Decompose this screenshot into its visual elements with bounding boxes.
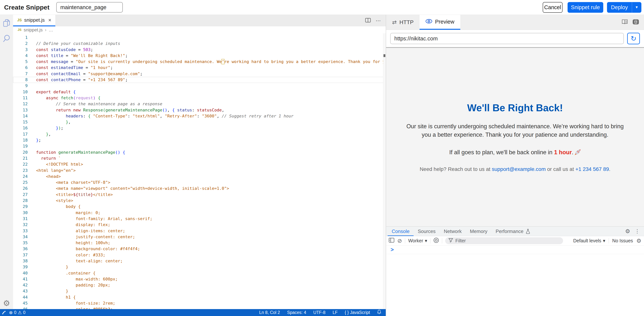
code-line[interactable]: 38 text-align: center;: [13, 258, 384, 264]
split-editor-icon[interactable]: [365, 18, 371, 23]
notifications-bell-icon[interactable]: [377, 310, 381, 315]
code-line[interactable]: 41 max-width: 600px;: [13, 276, 384, 282]
code-line[interactable]: 22 <!DOCTYPE html>: [13, 161, 384, 167]
code-line[interactable]: 16 });: [13, 125, 384, 131]
devtools-kebab-icon[interactable]: ⋮: [635, 229, 640, 234]
line-number: 39: [13, 264, 28, 270]
code-line[interactable]: 7const contactEmail = "support@example.c…: [13, 71, 384, 77]
console-settings-gear-icon[interactable]: ⚙: [636, 238, 642, 244]
code-line[interactable]: 29 body {: [13, 204, 384, 210]
editor-scrollbar[interactable]: [383, 33, 386, 309]
code-line[interactable]: 24 <head>: [13, 174, 384, 179]
cursor-position[interactable]: Ln 8, Col 2: [259, 310, 280, 315]
console-sidebar-icon[interactable]: [389, 238, 394, 244]
console-prompt[interactable]: >: [386, 245, 644, 254]
code-line[interactable]: 20function generateMaintenancePage() {: [13, 149, 384, 155]
devtools-tab-network[interactable]: Network: [440, 227, 466, 236]
preview-url-input[interactable]: [390, 33, 624, 44]
code-line[interactable]: 23<html lang="en">: [13, 168, 384, 174]
code-line[interactable]: 1: [13, 35, 384, 41]
code-line[interactable]: 28 <style>: [13, 198, 384, 204]
cancel-button[interactable]: Cancel: [543, 2, 562, 13]
indentation[interactable]: Spaces: 4: [287, 310, 306, 315]
execution-context-selector[interactable]: Worker▾: [408, 238, 427, 243]
code-line[interactable]: 6const estimatedTime = "1 hour";: [13, 65, 384, 71]
code-line[interactable]: 8const contactPhone = "+1 234 567 89";: [13, 77, 384, 83]
code-line[interactable]: 36 background-color: #f4f4f4;: [13, 246, 384, 252]
code-line[interactable]: 25 <meta charset="UTF-8">: [13, 179, 384, 185]
console-filter-input[interactable]: Filter: [445, 237, 563, 244]
code-line[interactable]: 37 color: #333;: [13, 252, 384, 258]
code-line[interactable]: 42 padding: 20px;: [13, 282, 384, 288]
more-actions-icon[interactable]: ⋯: [376, 18, 381, 24]
search-icon[interactable]: [0, 35, 13, 43]
snippet-rule-button[interactable]: Snippet rule: [568, 2, 603, 13]
code-line[interactable]: 44 h1 {: [13, 294, 384, 300]
code-line[interactable]: 30 margin: 0;: [13, 210, 384, 216]
code-line[interactable]: 34 justify-content: center;: [13, 234, 384, 240]
code-line[interactable]: 43 }: [13, 288, 384, 294]
log-levels-dropdown[interactable]: Default levels▾: [573, 238, 605, 243]
code-line[interactable]: 19: [13, 143, 384, 149]
breadcrumb-file[interactable]: snippet.js: [24, 27, 42, 33]
code-line[interactable]: 15 },: [13, 119, 384, 125]
code-line[interactable]: 40 .container {: [13, 270, 384, 276]
deploy-button[interactable]: Deploy: [607, 2, 632, 13]
tab-preview[interactable]: Preview: [420, 15, 460, 30]
code-editor[interactable]: 12// Define your customizable inputs3con…: [13, 33, 386, 309]
code-line[interactable]: 35 height: 100vh;: [13, 240, 384, 246]
code-line[interactable]: 4const title = "We'll Be Right Back!";: [13, 53, 384, 59]
deploy-dropdown-button[interactable]: ▼: [632, 2, 642, 13]
docs-book-icon[interactable]: [622, 19, 628, 26]
discord-icon[interactable]: [632, 19, 639, 26]
devtools-tab-sources[interactable]: Sources: [414, 227, 440, 236]
js-file-icon: JS: [17, 18, 22, 22]
devtools-tab-memory[interactable]: Memory: [466, 227, 492, 236]
devtools-tab-performance[interactable]: Performance: [492, 227, 534, 236]
breadcrumb[interactable]: JS snippet.js › …: [13, 26, 386, 33]
code-line[interactable]: 39 }: [13, 264, 384, 270]
code-line[interactable]: 31 font-family: Arial, sans-serif;: [13, 216, 384, 222]
remote-indicator[interactable]: [2, 310, 6, 315]
editor-pane: ⚙ JS snippet.js × ⋯: [0, 15, 386, 316]
code-line[interactable]: 26 <meta name="viewport" content="width=…: [13, 185, 384, 191]
snippet-name-input[interactable]: [56, 2, 123, 13]
line-number: 37: [13, 252, 28, 258]
settings-gear-icon[interactable]: ⚙: [0, 299, 13, 307]
encoding[interactable]: UTF-8: [313, 310, 325, 315]
tab-snippet-js[interactable]: JS snippet.js ×: [13, 15, 55, 26]
code-line[interactable]: 11 async fetch(request) {: [13, 95, 384, 101]
devtools-tab-console[interactable]: Console: [388, 227, 414, 236]
issues-counter[interactable]: No Issues: [612, 238, 633, 243]
live-expression-eye-icon[interactable]: [434, 237, 439, 244]
code-line[interactable]: 27 <title>${title}</title>: [13, 192, 384, 198]
language-mode[interactable]: { } JavaScript: [344, 310, 370, 315]
clear-console-icon[interactable]: ⊘: [397, 238, 402, 244]
close-tab-icon[interactable]: ×: [48, 17, 51, 23]
code-line[interactable]: 2// Define your customizable inputs: [13, 41, 384, 47]
files-icon[interactable]: [0, 19, 13, 27]
code-line[interactable]: 9: [13, 83, 384, 89]
console-output-area[interactable]: [386, 254, 644, 316]
code-line[interactable]: 13 return new Response(generateMaintenan…: [13, 107, 384, 113]
code-line[interactable]: 32 display: flex;: [13, 222, 384, 228]
code-line[interactable]: 21 return `: [13, 155, 384, 161]
code-line[interactable]: 10export default {: [13, 89, 384, 95]
problems-indicator[interactable]: ⊗ 0 ⚠ 0: [9, 310, 26, 315]
code-line[interactable]: 18};: [13, 137, 384, 143]
code-line[interactable]: 45 font-size: 2rem;: [13, 300, 384, 306]
phone-link[interactable]: +1 234 567 89: [576, 166, 609, 172]
code-line[interactable]: 33 align-items: center;: [13, 228, 384, 234]
code-line[interactable]: 17 },: [13, 131, 384, 137]
tab-http[interactable]: ⇄ HTTP: [386, 15, 420, 30]
devtools-settings-gear-icon[interactable]: ⚙: [625, 228, 630, 234]
refresh-button[interactable]: ↻: [627, 33, 640, 44]
code-line[interactable]: 46 color: #0056b3;: [13, 306, 384, 309]
code-line[interactable]: 5const message = "Our site is currently …: [13, 59, 384, 65]
code-line[interactable]: 3const statusCode = 503;: [13, 47, 384, 53]
eol-sequence[interactable]: LF: [333, 310, 338, 315]
code-line[interactable]: 12 // Serve the maintenance page as a re…: [13, 101, 384, 107]
breadcrumb-more[interactable]: …: [48, 27, 53, 33]
support-email-link[interactable]: support@example.com: [492, 166, 546, 172]
code-line[interactable]: 14 headers: { "Content-Type": "text/html…: [13, 113, 384, 119]
